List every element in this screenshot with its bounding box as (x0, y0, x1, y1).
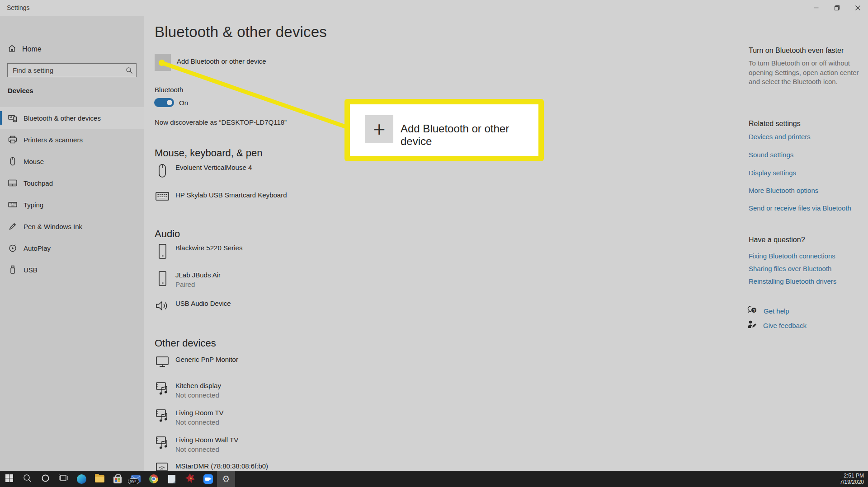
zoom-app-button[interactable] (199, 471, 217, 487)
clock-date: 7/19/2020 (840, 479, 864, 485)
sidebar-item-bluetooth-other-devices[interactable]: Bluetooth & other devices (0, 107, 144, 129)
mouse-icon (8, 157, 17, 166)
bluetooth-label: Bluetooth (155, 86, 183, 94)
task-view-button[interactable] (54, 471, 72, 487)
minimize-button[interactable] (806, 0, 826, 16)
link-reinstalling-bluetooth-drivers[interactable]: Reinstalling Bluetooth drivers (749, 277, 836, 285)
taskbar-clock[interactable]: 2:51 PM 7/19/2020 (840, 473, 864, 485)
printer-icon (8, 135, 17, 144)
give-feedback-icon (748, 320, 757, 331)
sidebar-item-printers-scanners[interactable]: Printers & scanners (0, 129, 144, 150)
red-app-icon (185, 473, 195, 485)
section-title-other-devices: Other devices (155, 337, 216, 349)
settings-taskbar-button[interactable]: ⚙ (217, 471, 235, 487)
autoplay-icon (8, 244, 17, 253)
sidebar-item-label: Bluetooth & other devices (24, 114, 101, 122)
device-row[interactable]: Kitchen display Not connected (155, 382, 221, 399)
link-sharing-files-over-bluetooth[interactable]: Sharing files over Bluetooth (749, 265, 831, 272)
monitor-icon (155, 356, 170, 368)
related-settings-heading: Related settings (749, 120, 801, 128)
plus-icon: + (160, 57, 165, 67)
device-row[interactable]: Living Room TV Not connected (155, 409, 223, 426)
sidebar-item-label: AutoPlay (24, 244, 51, 252)
sidebar-item-label: USB (24, 266, 38, 274)
cast-tv-icon (155, 462, 170, 471)
fast-heading: Turn on Bluetooth even faster (749, 47, 844, 55)
add-bluetooth-label[interactable]: Add Bluetooth or other device (177, 57, 266, 65)
search-input[interactable] (8, 64, 136, 77)
link-send-receive-files[interactable]: Send or receive files via Bluetooth (749, 204, 851, 212)
microsoft-store-button[interactable] (108, 471, 127, 487)
chrome-icon (149, 474, 158, 483)
sidebar-item-pen-windows-ink[interactable]: Pen & Windows Ink (0, 215, 144, 237)
usb-icon (8, 265, 17, 274)
device-status: Not connected (175, 445, 238, 453)
page-title: Bluetooth & other devices (155, 23, 327, 41)
close-button[interactable] (847, 0, 868, 16)
discoverable-text: Now discoverable as “DESKTOP-LD7Q118” (155, 118, 287, 126)
fast-body: To turn Bluetooth on or off without open… (749, 59, 864, 87)
start-icon (5, 474, 13, 484)
sidebar-item-mouse[interactable]: Mouse (0, 150, 144, 172)
sidebar-item-home[interactable]: Home (0, 41, 144, 58)
toggle-state-label: On (179, 99, 188, 107)
notepad-icon (168, 475, 175, 483)
section-title-mouse-keyboard-pen: Mouse, keyboard, & pen (155, 147, 262, 159)
link-fixing-bluetooth-connections[interactable]: Fixing Bluetooth connections (749, 252, 835, 260)
device-row[interactable]: Generic PnP Monitor (155, 356, 238, 368)
sidebar-item-touchpad[interactable]: Touchpad (0, 172, 144, 194)
clock-time: 2:51 PM (840, 473, 864, 479)
media-cast-icon (155, 436, 170, 453)
device-row[interactable]: Evoluent VerticalMouse 4 (155, 164, 252, 179)
task-view-icon (59, 474, 68, 484)
cortana-button[interactable] (36, 471, 54, 487)
device-row[interactable]: HP Skylab USB Smartcard Keyboard (155, 191, 287, 202)
device-row[interactable]: USB Audio Device (155, 300, 231, 312)
mail-icon: 99+ (131, 475, 141, 482)
callout-add-square: + (365, 115, 393, 143)
give-feedback-link[interactable]: Give feedback (763, 322, 807, 329)
red-app-button[interactable] (181, 471, 199, 487)
settings-window: Settings Home Devices (0, 0, 868, 471)
search-icon[interactable] (126, 67, 133, 76)
device-row[interactable]: Blackwire 5220 Series (155, 244, 242, 260)
device-row[interactable]: Living Room Wall TV Not connected (155, 436, 238, 453)
headset-device-icon (155, 244, 170, 260)
bluetooth-toggle[interactable] (154, 98, 174, 107)
get-help-link[interactable]: Get help (764, 307, 789, 315)
link-sound-settings[interactable]: Sound settings (749, 151, 793, 159)
speaker-icon (155, 300, 170, 312)
sidebar-section-label: Devices (8, 87, 33, 94)
notepad-button[interactable] (163, 471, 181, 487)
microsoft-store-icon (113, 477, 122, 483)
file-explorer-button[interactable] (90, 471, 108, 487)
keyboard-icon (155, 191, 170, 202)
sidebar-item-label: Typing (24, 201, 43, 209)
link-devices-and-printers[interactable]: Devices and printers (749, 133, 811, 140)
callout-label: Add Bluetooth or other device (401, 122, 538, 148)
add-bluetooth-button[interactable]: + (155, 54, 171, 71)
sidebar-item-usb[interactable]: USB (0, 259, 144, 281)
chrome-button[interactable] (145, 471, 163, 487)
mail-button[interactable]: 99+ (127, 471, 145, 487)
window-title: Settings (7, 4, 30, 11)
device-status: Not connected (175, 391, 221, 399)
start-button[interactable] (0, 471, 18, 487)
plus-icon: + (373, 117, 386, 141)
sidebar-item-autoplay[interactable]: AutoPlay (0, 237, 144, 259)
link-display-settings[interactable]: Display settings (749, 169, 796, 177)
edge-button[interactable] (72, 471, 90, 487)
link-more-bluetooth-options[interactable]: More Bluetooth options (749, 187, 818, 194)
give-feedback-row[interactable]: Give feedback (748, 320, 807, 331)
file-explorer-icon (95, 475, 104, 482)
home-label: Home (22, 45, 42, 53)
titlebar: Settings (0, 0, 868, 16)
device-row[interactable]: MStarDMR (78:80:38:08:6f:b0) (155, 462, 268, 471)
sidebar-item-typing[interactable]: Typing (0, 194, 144, 215)
settings-gear-icon: ⚙ (222, 474, 230, 483)
device-row[interactable]: JLab JBuds Air Paired (155, 271, 221, 288)
minimize-icon (814, 4, 819, 12)
restore-button[interactable] (826, 0, 847, 16)
taskbar-search-button[interactable] (18, 471, 36, 487)
get-help-row[interactable]: ? Get help (747, 305, 789, 316)
